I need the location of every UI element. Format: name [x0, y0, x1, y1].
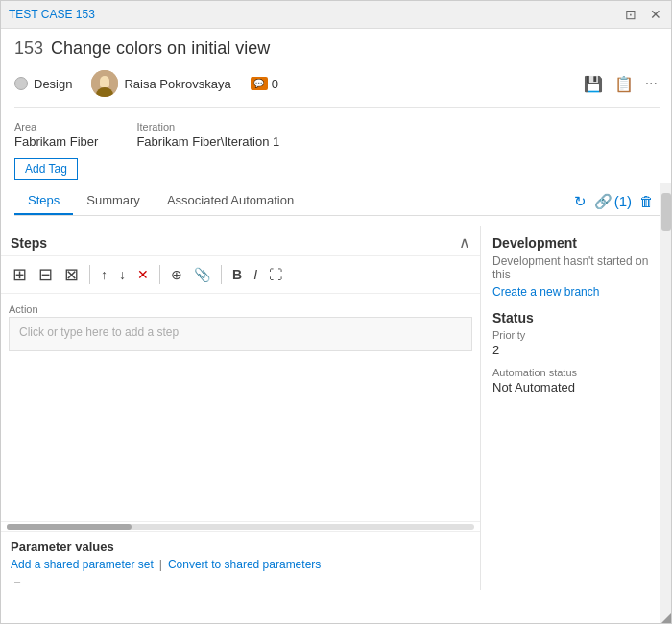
automation-status-label: Automation status	[492, 367, 661, 378]
title-bar: TEST CASE 153 ⊡ ✕	[1, 1, 672, 29]
horizontal-scrollbar[interactable]	[1, 521, 480, 531]
meta-actions: 💾 📋 ···	[582, 73, 660, 95]
attach-icon: 📎	[194, 267, 210, 282]
save-button[interactable]: 💾	[582, 73, 605, 95]
step-input-area[interactable]: Click or type here to add a step	[9, 317, 472, 351]
insert-shared-param-icon: ⊠	[64, 264, 79, 285]
param-link-separator: |	[159, 558, 162, 571]
insert-button[interactable]: ⊕	[167, 265, 186, 284]
steps-panel: Steps ∧ ⊞ ⊟ ⊠ ↑ ↓	[1, 226, 481, 590]
area-label: Area	[14, 121, 98, 132]
steps-toolbar: ⊞ ⊟ ⊠ ↑ ↓ ✕ ⊕	[1, 256, 480, 294]
comment-count: 0	[272, 77, 278, 91]
iteration-field: Iteration Fabrikam Fiber\Iteration 1	[136, 121, 279, 149]
area-field: Area Fabrikam Fiber	[14, 121, 98, 149]
tab-summary[interactable]: Summary	[73, 187, 154, 215]
insert-shared-steps-icon: ⊟	[38, 264, 53, 285]
restore-button[interactable]: ⊡	[621, 5, 640, 24]
dev-section-title: Development	[492, 235, 661, 251]
main-content: 153 Change colors on initial view Design	[1, 29, 672, 226]
resize-handle[interactable]	[660, 612, 672, 624]
tab-automation[interactable]: Associated Automation	[154, 187, 307, 215]
meta-row: Design Raisa Pokrovskaya 💬 0	[14, 70, 660, 108]
convert-shared-param-link[interactable]: Convert to shared parameters	[168, 558, 321, 571]
delete-step-icon: ✕	[137, 267, 149, 282]
tab-steps[interactable]: Steps	[14, 187, 73, 215]
delete-step-button[interactable]: ✕	[133, 265, 153, 284]
more-button[interactable]: ···	[643, 73, 660, 95]
case-title-row: 153 Change colors on initial view	[14, 38, 660, 59]
comment-badge: 💬 0	[251, 77, 278, 91]
move-up-icon: ↑	[101, 267, 108, 282]
insert-shared-steps-button[interactable]: ⊟	[35, 262, 57, 287]
insert-icon: ⊕	[171, 267, 182, 282]
bold-icon: B	[232, 267, 242, 282]
svg-rect-3	[100, 80, 109, 87]
insert-step-icon: ⊞	[12, 264, 27, 285]
move-down-button[interactable]: ↓	[115, 265, 130, 284]
add-tag-button[interactable]: Add Tag	[14, 158, 78, 180]
italic-button[interactable]: I	[250, 265, 261, 284]
automation-status-value: Not Automated	[492, 380, 661, 395]
main-panel-area: Steps ∧ ⊞ ⊟ ⊠ ↑ ↓	[1, 226, 672, 590]
dev-section-text: Development hasn't started on this	[492, 254, 661, 281]
case-title: Change colors on initial view	[51, 38, 270, 59]
iteration-value: Fabrikam Fiber\Iteration 1	[136, 134, 279, 149]
toolbar-sep-3	[221, 265, 222, 284]
steps-content: Action Click or type here to add a step	[1, 294, 480, 521]
refresh-icon-btn[interactable]: ↻	[574, 193, 587, 210]
toolbar-sep-2	[159, 265, 160, 284]
test-case-link[interactable]: TEST CASE 153	[9, 8, 95, 21]
avatar	[91, 70, 118, 97]
link-icon: 🔗	[594, 193, 612, 210]
comment-icon: 💬	[251, 77, 268, 90]
copy-button[interactable]: 📋	[612, 73, 636, 95]
scrollbar-track	[7, 524, 474, 530]
scrollbar-thumb	[7, 524, 132, 530]
move-down-icon: ↓	[119, 267, 126, 282]
move-up-button[interactable]: ↑	[97, 265, 111, 284]
right-panel: Development Development hasn't started o…	[481, 226, 672, 590]
state-dot	[14, 77, 28, 90]
fields-row: Area Fabrikam Fiber Iteration Fabrikam F…	[14, 121, 660, 149]
assignee-name: Raisa Pokrovskaya	[124, 77, 230, 91]
toolbar-sep-1	[89, 265, 90, 284]
priority-label: Priority	[492, 329, 661, 341]
steps-panel-title: Steps	[11, 235, 47, 251]
case-number: 153	[14, 38, 43, 59]
parameter-section: Parameter values Add a shared parameter …	[1, 531, 480, 571]
param-title: Parameter values	[11, 540, 470, 554]
link-count-btn[interactable]: 🔗 (1)	[594, 193, 632, 210]
state-indicator: Design	[14, 77, 72, 91]
bottom-left: –	[1, 571, 480, 590]
create-branch-link[interactable]: Create a new branch	[492, 285, 661, 299]
italic-icon: I	[253, 267, 257, 282]
insert-shared-param-button[interactable]: ⊠	[60, 262, 83, 287]
assignee-container: Raisa Pokrovskaya	[91, 70, 230, 97]
tabs-container: Steps Summary Associated Automation ↻ 🔗 …	[14, 187, 660, 216]
area-value: Fabrikam Fiber	[14, 134, 98, 149]
link-count: (1)	[614, 193, 632, 209]
attach-button[interactable]: 📎	[190, 265, 214, 284]
state-label: Design	[34, 77, 72, 91]
step-placeholder: Click or type here to add a step	[19, 325, 179, 339]
add-shared-param-link[interactable]: Add a shared parameter set	[11, 558, 154, 571]
vertical-scrollbar[interactable]	[660, 183, 672, 624]
param-links: Add a shared parameter set | Convert to …	[11, 558, 470, 571]
tab-icons: ↻ 🔗 (1) 🗑	[574, 193, 660, 210]
status-section-title: Status	[492, 310, 661, 325]
priority-value: 2	[492, 343, 661, 357]
insert-step-button[interactable]: ⊞	[9, 262, 31, 287]
close-button[interactable]: ✕	[646, 5, 665, 24]
steps-collapse-button[interactable]: ∧	[459, 233, 470, 252]
steps-panel-header: Steps ∧	[1, 226, 480, 256]
bold-button[interactable]: B	[228, 265, 246, 284]
expand-button[interactable]: ⛶	[265, 265, 286, 284]
trash-icon-btn[interactable]: 🗑	[639, 193, 654, 209]
vertical-scrollbar-thumb	[661, 193, 671, 231]
action-column-header: Action	[9, 300, 472, 317]
expand-icon: ⛶	[269, 267, 282, 282]
iteration-label: Iteration	[136, 121, 279, 132]
